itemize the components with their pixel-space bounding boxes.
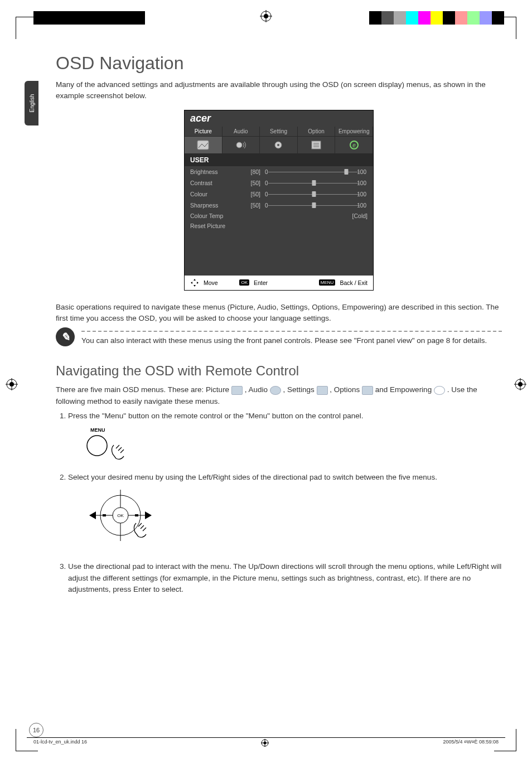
svg-marker-22 [194, 279, 196, 281]
osd-row-reset: Reset Picture [185, 221, 373, 231]
svg-point-15 [277, 144, 279, 146]
step-3: Use the directional pad to interact with… [68, 561, 502, 595]
osd-tab-setting: Setting [260, 127, 298, 136]
footer-rule [27, 737, 505, 738]
svg-point-3 [264, 14, 268, 18]
menu-key-icon: MENU [319, 279, 336, 286]
section-heading: Navigating the OSD with Remote Control [56, 363, 502, 379]
osd-row-contrast: Contrast [50] 0 100 [185, 177, 373, 189]
list-icon [362, 386, 373, 395]
body-paragraph-2: Basic operations required to navigate th… [56, 302, 502, 325]
empowering-icon: e [335, 137, 373, 153]
audio-icon [223, 137, 260, 153]
osd-slider: 0 100 [260, 201, 367, 209]
registration-mark-icon [6, 378, 18, 390]
osd-row-value: [50] [240, 202, 260, 209]
osd-row-colour: Colour [50] 0 100 [185, 189, 373, 200]
page-number: 16 [29, 723, 43, 737]
svg-text:e: e [352, 142, 356, 148]
osd-tab-option: Option [298, 127, 336, 136]
note-icon: ✎ [56, 327, 75, 346]
svg-marker-24 [191, 282, 192, 284]
ok-label: OK [117, 513, 124, 518]
picture-icon [231, 386, 243, 395]
language-tab: English [25, 81, 38, 125]
osd-hint-move: Move [204, 279, 218, 286]
footer-timestamp: 2005/5/4 ¤W¤È 08:59:08 [443, 739, 499, 747]
footer-file: 01-lcd-tv_en_uk.indd 16 [33, 739, 87, 747]
gear-icon [317, 386, 328, 395]
empowering-icon [434, 386, 445, 395]
black-swatch [33, 11, 145, 25]
osd-row-label: Contrast [190, 180, 240, 186]
osd-row-value: [Cold] [352, 212, 367, 219]
osd-row-label: Colour Temp [190, 212, 240, 219]
svg-marker-34 [145, 511, 152, 519]
osd-row-label: Sharpness [190, 202, 240, 209]
osd-footer-hints: Move OK Enter MENU Back / Exit [185, 276, 373, 290]
menu-button-figure: MENU [81, 426, 502, 465]
osd-tab-picture: Picture [185, 127, 223, 136]
print-registration-bar [0, 11, 532, 27]
svg-marker-23 [194, 285, 196, 287]
osd-row-value: [50] [240, 180, 260, 186]
osd-row-value: [50] [240, 191, 260, 197]
gear-icon [260, 137, 298, 153]
list-icon [298, 137, 336, 153]
osd-tab-audio: Audio [223, 127, 260, 136]
osd-screenshot: acer Picture Audio Setting Option Empowe… [184, 110, 374, 291]
footer-meta: 01-lcd-tv_en_uk.indd 16 2005/5/4 ¤W¤È 08… [33, 739, 499, 747]
registration-mark-icon [260, 10, 272, 22]
svg-point-11 [518, 382, 523, 387]
picture-icon [185, 137, 223, 153]
registration-mark-icon [514, 378, 526, 390]
osd-section-header: USER [185, 154, 373, 166]
osd-row-label: Reset Picture [190, 223, 240, 229]
osd-row-label: Colour [190, 191, 240, 197]
osd-tab-empowering: Empowering [335, 127, 373, 136]
menu-label: MENU [90, 427, 105, 433]
osd-tabs: Picture Audio Setting Option Empowering [185, 127, 373, 136]
osd-tab-icons: e [185, 136, 373, 154]
steps-list: Press the "Menu" button on the remote co… [56, 410, 502, 595]
svg-marker-33 [89, 511, 96, 519]
osd-row-label: Brightness [190, 168, 240, 175]
note-divider [81, 331, 502, 332]
step-2: Select your desired menu by using the Le… [68, 472, 502, 554]
step-1: Press the "Menu" button on the remote co… [68, 410, 502, 465]
svg-point-40 [264, 742, 267, 745]
osd-slider: 0 100 [260, 168, 367, 176]
menus-intro: There are five main OSD menus. These are… [56, 384, 502, 407]
ok-key-icon: OK [239, 279, 249, 286]
language-tab-label: English [28, 94, 35, 113]
osd-row-value: [80] [240, 168, 260, 175]
osd-brand-logo: acer [185, 110, 373, 127]
svg-point-13 [236, 142, 242, 148]
dpad-figure: OK [81, 487, 502, 554]
svg-point-26 [87, 436, 107, 456]
color-swatches [369, 11, 504, 25]
audio-icon [270, 386, 281, 395]
crop-mark-icon [494, 17, 516, 39]
note-text: You can also interact with these menus u… [81, 335, 502, 346]
osd-slider: 0 100 [260, 179, 367, 187]
note-block: ✎ You can also interact with these menus… [56, 327, 502, 350]
crop-mark-icon [16, 17, 38, 39]
osd-row-brightness: Brightness [80] 0 100 [185, 166, 373, 177]
osd-row-sharpness: Sharpness [50] 0 100 [185, 200, 373, 211]
registration-mark-icon [261, 739, 269, 747]
page-content: OSD Navigation Many of the advanced sett… [56, 53, 502, 602]
svg-marker-25 [197, 282, 199, 284]
osd-hint-enter: Enter [254, 279, 268, 286]
osd-slider: 0 100 [260, 190, 367, 198]
page-title: OSD Navigation [56, 53, 502, 74]
dpad-icon [190, 278, 199, 287]
osd-hint-back: Back / Exit [340, 279, 367, 286]
svg-point-7 [9, 382, 14, 387]
osd-row-colour-temp: Colour Temp [Cold] [185, 211, 373, 221]
intro-paragraph: Many of the advanced settings and adjust… [56, 79, 502, 102]
